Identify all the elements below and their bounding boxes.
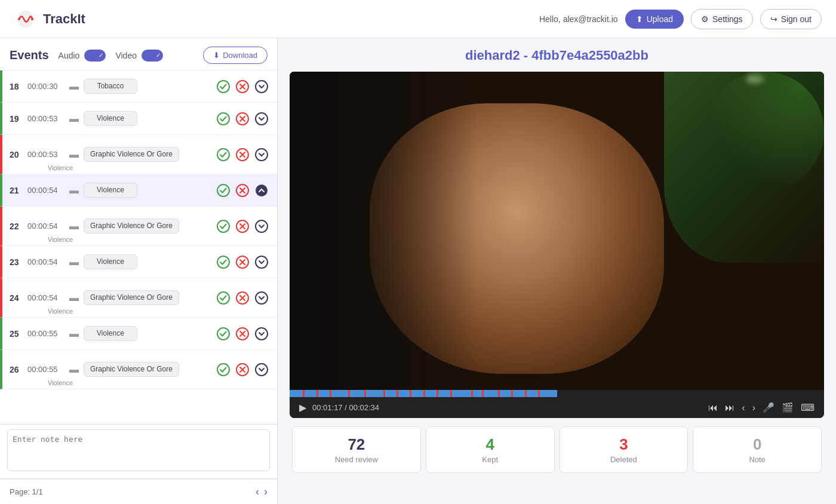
- approve-button[interactable]: [215, 325, 232, 342]
- audio-toggle-group: Audio: [59, 50, 106, 62]
- expand-button[interactable]: [253, 146, 270, 163]
- event-actions: [215, 110, 270, 127]
- reject-button[interactable]: [234, 290, 251, 306]
- svg-point-27: [256, 328, 268, 340]
- svg-point-18: [256, 220, 268, 232]
- expand-button[interactable]: [253, 254, 270, 271]
- prev-frame-button[interactable]: ‹: [742, 402, 745, 413]
- event-actions: [215, 218, 270, 235]
- microphone-button[interactable]: 🎤: [763, 402, 774, 413]
- deleted-label: Deleted: [566, 455, 682, 464]
- expand-button[interactable]: [253, 182, 270, 199]
- event-time: 00:00:53: [27, 150, 64, 159]
- svg-point-4: [217, 81, 229, 93]
- event-num: 19: [10, 114, 23, 124]
- movie-shadow: [290, 72, 477, 390]
- approve-button[interactable]: [215, 110, 232, 127]
- event-num: 23: [10, 257, 23, 267]
- event-tag: Violence: [84, 183, 137, 198]
- expand-button[interactable]: [253, 290, 270, 306]
- video-label: Video: [115, 51, 137, 60]
- approve-button[interactable]: [215, 78, 232, 95]
- event-tag: Violence: [84, 254, 137, 270]
- event-num: 24: [10, 293, 23, 303]
- progress-fill: [290, 390, 557, 397]
- event-row: 22 00:00:54 ▬ Graphic Violence Or Gore V…: [0, 207, 277, 246]
- events-title: Events: [10, 48, 49, 62]
- upload-icon: ⬆: [636, 14, 643, 24]
- next-page-button[interactable]: ›: [264, 485, 268, 498]
- video-controls-right: ⏮ ⏭ ‹ › 🎤 🎬 ⌨: [708, 402, 815, 413]
- reject-button[interactable]: [234, 254, 251, 271]
- play-button[interactable]: ▶: [299, 402, 306, 413]
- need-review-stat: 72 Need review: [292, 426, 421, 473]
- upload-button[interactable]: ⬆ Upload: [625, 10, 684, 29]
- event-row: 18 00:00:30 ▬ Tobacco: [0, 70, 277, 103]
- progress-marker: [316, 390, 318, 397]
- svg-point-6: [256, 81, 268, 93]
- pagination: Page: 1/1 ‹ ›: [0, 479, 277, 504]
- audio-toggle[interactable]: [84, 50, 106, 62]
- note-stat: 0 Note: [693, 426, 822, 473]
- svg-point-12: [256, 149, 268, 161]
- rewind-button[interactable]: ⏮: [708, 402, 718, 413]
- progress-marker: [525, 390, 527, 397]
- video-container: ▶ 00:01:17 / 00:02:34 ⏮ ⏭ ‹ › 🎤 🎬 ⌨: [290, 72, 824, 418]
- approve-button[interactable]: [215, 182, 232, 199]
- approve-button[interactable]: [215, 218, 232, 235]
- reject-button[interactable]: [234, 182, 251, 199]
- progress-marker: [538, 390, 540, 397]
- video-icon: ▬: [69, 185, 79, 196]
- event-num: 21: [10, 186, 23, 195]
- event-time: 00:00:54: [27, 186, 64, 195]
- approve-button[interactable]: [215, 361, 232, 378]
- event-actions: [215, 78, 270, 95]
- svg-point-22: [217, 292, 229, 304]
- event-time: 00:00:30: [27, 82, 64, 91]
- approve-button[interactable]: [215, 290, 232, 306]
- download-button[interactable]: ⬇ Download: [203, 47, 268, 64]
- reject-button[interactable]: [234, 78, 251, 95]
- progress-marker: [303, 390, 305, 397]
- need-review-num: 72: [299, 435, 414, 454]
- keyboard-button[interactable]: ⌨: [801, 402, 815, 413]
- camera-button[interactable]: 🎬: [782, 402, 794, 413]
- event-num: 26: [10, 365, 23, 374]
- svg-point-24: [256, 292, 268, 304]
- event-time: 00:00:54: [27, 222, 64, 231]
- reject-button[interactable]: [234, 218, 251, 235]
- reject-button[interactable]: [234, 361, 251, 378]
- fast-forward-button[interactable]: ⏭: [725, 402, 734, 413]
- svg-point-3: [31, 18, 33, 20]
- reject-button[interactable]: [234, 110, 251, 127]
- settings-button[interactable]: ⚙ Settings: [691, 9, 753, 29]
- event-num: 25: [10, 329, 23, 339]
- video-title: diehard2 - 4fbb7e4a2550a2bb: [290, 48, 824, 63]
- next-frame-button[interactable]: ›: [752, 402, 755, 413]
- note-input[interactable]: [7, 429, 270, 471]
- header: TrackIt Hello, alex@trackit.io ⬆ Upload …: [0, 0, 836, 38]
- reject-button[interactable]: [234, 146, 251, 163]
- event-actions: [215, 146, 270, 163]
- expand-button[interactable]: [253, 361, 270, 378]
- svg-point-16: [217, 220, 229, 232]
- progress-marker: [450, 390, 452, 397]
- video-toggle-group: Video: [115, 50, 163, 62]
- approve-button[interactable]: [215, 254, 232, 271]
- events-list: 18 00:00:30 ▬ Tobacco 19 00:00:53 ▬ Viol…: [0, 70, 277, 424]
- expand-button[interactable]: [253, 78, 270, 95]
- event-row: 23 00:00:54 ▬ Violence: [0, 246, 277, 278]
- prev-page-button[interactable]: ‹: [256, 485, 259, 498]
- expand-button[interactable]: [253, 218, 270, 235]
- event-time: 00:00:54: [27, 293, 64, 302]
- signout-icon: ↪: [770, 14, 777, 24]
- approve-button[interactable]: [215, 146, 232, 163]
- signout-button[interactable]: ↪ Sign out: [760, 9, 822, 29]
- reject-button[interactable]: [234, 325, 251, 342]
- expand-button[interactable]: [253, 110, 270, 127]
- video-toggle[interactable]: [142, 50, 163, 62]
- event-tag: Violence: [84, 326, 137, 342]
- progress-bar[interactable]: [290, 390, 824, 397]
- svg-point-15: [256, 185, 268, 196]
- expand-button[interactable]: [253, 325, 270, 342]
